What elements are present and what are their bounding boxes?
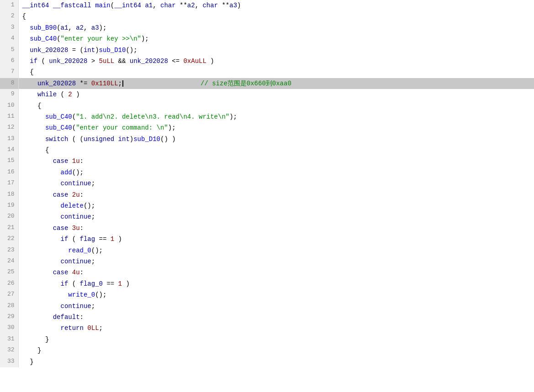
line-content[interactable]: continue; — [18, 256, 534, 267]
line-content[interactable]: default: — [18, 312, 534, 323]
line-content[interactable]: { — [18, 11, 534, 22]
line-number: 3 — [0, 22, 18, 33]
table-row: 25 case 4u: — [0, 267, 534, 278]
line-number: 9 — [0, 89, 18, 100]
line-content[interactable]: case 1u: — [18, 156, 534, 167]
table-row: 18 case 2u: — [0, 189, 534, 200]
table-row: 12 sub_C40("enter your command: \n"); — [0, 122, 534, 133]
table-row: 1 __int64 __fastcall main(__int64 a1, ch… — [0, 0, 534, 11]
line-content[interactable]: return 0LL; — [18, 323, 534, 334]
table-row: 9 while ( 2 ) — [0, 89, 534, 100]
table-row: 33 } — [0, 356, 534, 367]
line-content[interactable]: switch ( (unsigned int)sub_D10() ) — [18, 134, 534, 145]
table-row: 13 switch ( (unsigned int)sub_D10() ) — [0, 134, 534, 145]
table-row: 21 case 3u: — [0, 223, 534, 234]
line-number: 31 — [0, 334, 18, 345]
line-number: 13 — [0, 134, 18, 145]
table-row: 7 { — [0, 67, 534, 78]
line-content[interactable]: continue; — [18, 211, 534, 222]
line-content[interactable]: } — [18, 345, 534, 356]
line-content[interactable]: sub_B90(a1, a2, a3); — [18, 22, 534, 33]
code-table: 1 __int64 __fastcall main(__int64 a1, ch… — [0, 0, 534, 367]
line-content[interactable]: if ( unk_202028 > 5uLL && unk_202028 <= … — [18, 56, 534, 67]
table-row: 31 } — [0, 334, 534, 345]
table-row: 26 if ( flag_0 == 1 ) — [0, 278, 534, 289]
line-number: 17 — [0, 178, 18, 189]
line-content[interactable]: continue; — [18, 178, 534, 189]
line-number: 28 — [0, 301, 18, 312]
line-content[interactable]: while ( 2 ) — [18, 89, 534, 100]
line-number: 32 — [0, 345, 18, 356]
table-row: 8 unk_202028 *= 0x110LL; // size范围是0x660… — [0, 78, 534, 89]
line-number: 8 — [0, 78, 18, 89]
line-content[interactable]: { — [18, 145, 534, 156]
table-row: 16 add(); — [0, 167, 534, 178]
line-content[interactable]: write_0(); — [18, 289, 534, 300]
line-number: 12 — [0, 122, 18, 133]
line-number: 14 — [0, 145, 18, 156]
table-row: 30 return 0LL; — [0, 323, 534, 334]
line-content[interactable]: sub_C40("1. add\n2. delete\n3. read\n4. … — [18, 111, 534, 122]
line-number: 18 — [0, 189, 18, 200]
line-content[interactable]: case 3u: — [18, 223, 534, 234]
line-number: 20 — [0, 211, 18, 222]
table-row: 27 write_0(); — [0, 289, 534, 300]
line-content[interactable]: { — [18, 100, 534, 111]
line-content[interactable]: add(); — [18, 167, 534, 178]
table-row: 5 unk_202028 = (int)sub_D10(); — [0, 45, 534, 56]
line-number: 25 — [0, 267, 18, 278]
table-row: 24 continue; — [0, 256, 534, 267]
table-row: 32 } — [0, 345, 534, 356]
line-content[interactable]: unk_202028 *= 0x110LL; // size范围是0x660到0… — [18, 78, 534, 89]
table-row: 3 sub_B90(a1, a2, a3); — [0, 22, 534, 33]
line-content[interactable]: } — [18, 356, 534, 367]
line-number: 26 — [0, 278, 18, 289]
table-row: 4 sub_C40("enter your key >>\n"); — [0, 33, 534, 44]
line-number: 2 — [0, 11, 18, 22]
line-content[interactable]: case 4u: — [18, 267, 534, 278]
line-number: 10 — [0, 100, 18, 111]
line-content[interactable]: sub_C40("enter your command: \n"); — [18, 122, 534, 133]
table-row: 11 sub_C40("1. add\n2. delete\n3. read\n… — [0, 111, 534, 122]
table-row: 28 continue; — [0, 301, 534, 312]
line-number: 33 — [0, 356, 18, 367]
table-row: 23 read_0(); — [0, 245, 534, 256]
table-row: 14 { — [0, 145, 534, 156]
line-number: 4 — [0, 33, 18, 44]
table-row: 10 { — [0, 100, 534, 111]
line-content[interactable]: case 2u: — [18, 189, 534, 200]
code-editor[interactable]: 1 __int64 __fastcall main(__int64 a1, ch… — [0, 0, 534, 392]
line-content[interactable]: if ( flag_0 == 1 ) — [18, 278, 534, 289]
line-number: 6 — [0, 56, 18, 67]
line-number: 22 — [0, 234, 18, 245]
line-content[interactable]: sub_C40("enter your key >>\n"); — [18, 33, 534, 44]
table-row: 19 delete(); — [0, 200, 534, 211]
line-content[interactable]: if ( flag == 1 ) — [18, 234, 534, 245]
line-number: 7 — [0, 67, 18, 78]
table-row: 15 case 1u: — [0, 156, 534, 167]
table-row: 6 if ( unk_202028 > 5uLL && unk_202028 <… — [0, 56, 534, 67]
table-row: 29 default: — [0, 312, 534, 323]
table-row: 2 { — [0, 11, 534, 22]
line-number: 27 — [0, 289, 18, 300]
line-content[interactable]: delete(); — [18, 200, 534, 211]
line-number: 11 — [0, 111, 18, 122]
line-content[interactable]: read_0(); — [18, 245, 534, 256]
line-content[interactable]: unk_202028 = (int)sub_D10(); — [18, 45, 534, 56]
line-number: 24 — [0, 256, 18, 267]
line-number: 30 — [0, 323, 18, 334]
table-row: 22 if ( flag == 1 ) — [0, 234, 534, 245]
line-number: 5 — [0, 45, 18, 56]
line-content[interactable]: { — [18, 67, 534, 78]
line-number: 15 — [0, 156, 18, 167]
line-number: 1 — [0, 0, 18, 11]
line-number: 16 — [0, 167, 18, 178]
table-row: 17 continue; — [0, 178, 534, 189]
line-content[interactable]: } — [18, 334, 534, 345]
line-content[interactable]: continue; — [18, 301, 534, 312]
line-content[interactable]: __int64 __fastcall main(__int64 a1, char… — [18, 0, 534, 11]
line-number: 21 — [0, 223, 18, 234]
line-number: 23 — [0, 245, 18, 256]
line-number: 29 — [0, 312, 18, 323]
line-number: 19 — [0, 200, 18, 211]
